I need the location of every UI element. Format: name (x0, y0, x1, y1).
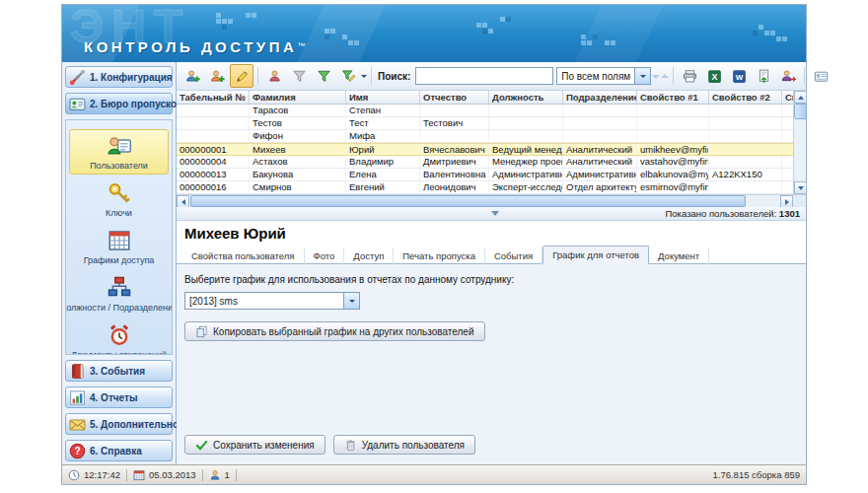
sidebar-item-access-schedules[interactable]: Графики доступа (69, 224, 169, 269)
table-cell: Ведущий менеджер (489, 144, 563, 155)
table-cell (782, 117, 793, 129)
detail-tab[interactable]: Документ (649, 247, 709, 264)
detail-tab[interactable]: График для отчетов (542, 246, 649, 264)
search-next-button[interactable] (652, 70, 660, 83)
table-row[interactable]: 000000013БакуноваЕленаВалентиновнаАдмини… (177, 169, 806, 181)
table-row[interactable]: ТарасовСтепан (177, 105, 806, 117)
calendar-icon (133, 469, 145, 481)
sidebar-section-pass-bureau[interactable]: 2. Бюро пропусков (65, 93, 173, 114)
sidebar-section-label: 1. Конфигурация (90, 72, 173, 83)
table-cell: Астахов (250, 156, 346, 168)
schedule-instruction: Выберите график для использования в отче… (184, 274, 798, 285)
table-cell (782, 130, 793, 142)
table-cell: Елена (346, 169, 420, 180)
column-header[interactable]: Табельный № (177, 91, 250, 104)
table-row[interactable]: ТестовТестТестович (177, 117, 806, 130)
export-word-icon[interactable]: W (727, 64, 751, 88)
chevron-down-icon[interactable] (634, 68, 650, 84)
detail-tab[interactable]: События (485, 247, 542, 264)
table-row[interactable]: 000000001МихеевЮрийВячеславовичВедущий м… (177, 143, 806, 156)
pixel-decoration (753, 25, 758, 30)
delete-user-button[interactable]: Удалить пользователя (333, 435, 475, 455)
schedule-icon (108, 229, 131, 252)
filter-apply-icon[interactable] (312, 64, 335, 88)
import-icon[interactable] (752, 64, 775, 88)
table-cell (709, 105, 782, 116)
table-cell (563, 130, 637, 142)
user-card-icon[interactable] (809, 64, 832, 88)
table-row[interactable]: ФифонМифа (177, 130, 806, 143)
sidebar-section-events[interactable]: 3. События (65, 360, 173, 382)
filter-dropdown-arrow[interactable] (361, 71, 367, 81)
detail-tab[interactable]: Доступ (344, 247, 394, 264)
table-cell: Тарасов (250, 105, 346, 116)
delete-user-toolbar-button[interactable] (262, 64, 286, 88)
table-cell: A122KX150 (709, 169, 782, 180)
pixel-decoration (674, 13, 679, 18)
sidebar-item-deviation-documents[interactable]: Документы отклонений (69, 318, 169, 355)
collapse-chevron-icon[interactable] (491, 211, 499, 220)
table-cell: 000000016 (177, 181, 250, 193)
scroll-down-button[interactable] (794, 181, 807, 194)
save-changes-button[interactable]: Сохранить изменения (184, 435, 326, 455)
horizontal-scrollbar[interactable] (177, 194, 806, 207)
pixel-decoration (476, 17, 481, 22)
filter-edit-icon[interactable] (336, 64, 360, 88)
table-row[interactable]: 000000016СмирновЕвгенийЛеонидовичЭксперт… (177, 181, 806, 194)
sidebar-section-label: 5. Дополнительно (90, 419, 179, 430)
table-cell (177, 105, 250, 116)
key-icon (108, 181, 131, 205)
status-time-value: 12:17:42 (84, 469, 120, 480)
table-cell: vastahov@myfirm.or (637, 156, 709, 168)
detail-tab[interactable]: Свойства пользователя (182, 247, 305, 264)
column-header[interactable]: Свойство #1 (637, 91, 709, 104)
chevron-down-icon[interactable] (343, 293, 359, 309)
copy-schedule-button[interactable]: Копировать выбранный график на других по… (184, 321, 485, 341)
detail-tab[interactable]: Печать пропуска (394, 247, 485, 264)
sidebar-item-positions-departments[interactable]: Должности / Подразделения (69, 271, 169, 317)
table-cell (637, 130, 709, 142)
sidebar-item-keys[interactable]: Ключи (69, 176, 169, 222)
search-scope-select[interactable]: По всем полям (556, 67, 651, 85)
sidebar-section-help[interactable]: ? 6. Справка (65, 440, 173, 461)
sidebar-item-label: Документы отклонений (71, 350, 167, 355)
column-header[interactable]: Подразделение (563, 91, 637, 104)
scroll-thumb[interactable] (190, 195, 746, 207)
table-cell (489, 130, 563, 142)
sidebar-item-users[interactable]: Пользователи (69, 129, 169, 175)
table-cell (709, 144, 782, 155)
column-header[interactable]: Свойство #2 (709, 91, 782, 104)
edit-user-button[interactable] (230, 64, 253, 88)
print-icon[interactable] (678, 64, 701, 88)
column-header[interactable]: Отчество (420, 91, 489, 104)
column-header[interactable]: Имя (346, 91, 420, 104)
detail-tab[interactable]: Фото (305, 247, 345, 264)
filter-clear-icon[interactable] (287, 64, 311, 88)
sidebar-section-extra[interactable]: 5. Дополнительно (65, 413, 173, 435)
splitter-bar[interactable]: Показано пользователей: 1301 (177, 207, 806, 221)
badge-icon (69, 96, 86, 112)
report-schedule-select[interactable]: [2013] sms (184, 292, 360, 310)
column-header[interactable]: Должность (489, 91, 563, 104)
add-user-from-template-button[interactable] (205, 64, 229, 88)
search-input[interactable] (415, 67, 553, 85)
add-user-button[interactable] (181, 64, 204, 88)
table-cell: Мифа (346, 130, 420, 142)
column-header[interactable]: Сво (782, 91, 793, 104)
table-row[interactable]: 000000004АстаховВладимирДмитриевичМенедж… (177, 156, 806, 169)
sidebar-section-reports[interactable]: 4. Отчеты (65, 387, 173, 408)
scroll-thumb[interactable] (794, 104, 807, 119)
sidebar-section-configuration[interactable]: 1. Конфигурация (65, 66, 173, 88)
vertical-scrollbar[interactable] (793, 91, 806, 194)
table-cell: Административный (563, 169, 637, 180)
table-cell (489, 117, 563, 129)
export-excel-icon[interactable]: X (702, 64, 726, 88)
scroll-up-button[interactable] (794, 91, 807, 104)
scroll-track[interactable] (189, 195, 780, 207)
sidebar: 1. Конфигурация 2. Бюро пропусков Пользо… (62, 62, 177, 464)
user-icon (209, 469, 221, 481)
column-header[interactable]: Фамилия (250, 91, 346, 104)
table-body: ТарасовСтепанТестовТестТестовичФифонМифа… (177, 105, 806, 194)
search-prev-button[interactable] (661, 70, 669, 83)
dismiss-user-icon[interactable] (776, 64, 800, 88)
